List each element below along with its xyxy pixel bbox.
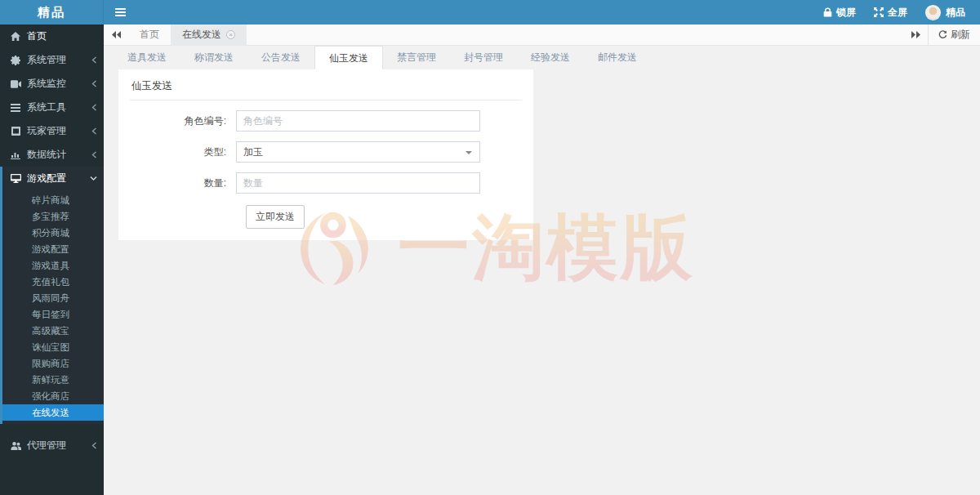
tab-title-send[interactable]: 称谓发送	[180, 46, 247, 69]
tab-announcement-send[interactable]: 公告发送	[247, 46, 314, 69]
form-row-quantity: 数量:	[130, 172, 522, 194]
top-navbar: 锁屏 全屏 精品	[104, 0, 980, 25]
quantity-input[interactable]	[236, 172, 480, 194]
sidebar-item-label: 系统工具	[27, 100, 91, 114]
submenu-item-game-settings[interactable]: 游戏配置	[2, 241, 104, 257]
panel-title: 仙玉发送	[130, 78, 522, 100]
home-icon	[10, 32, 21, 42]
sidebar-item-data-statistics[interactable]: 数据统计	[0, 143, 104, 167]
submit-row: 立即发送	[130, 205, 522, 229]
tab-label: 在线发送	[182, 28, 221, 42]
game-config-submenu: 碎片商城 多宝推荐 积分商城 游戏配置 游戏道具 充值礼包 风雨同舟 每日签到 …	[2, 190, 104, 424]
tab-xianyu-send[interactable]: 仙玉发送	[314, 46, 383, 69]
sidebar-item-agent-management[interactable]: 代理管理	[0, 434, 104, 457]
sidebar-item-label: 首页	[27, 29, 97, 43]
sidebar-item-player-management[interactable]: 玩家管理	[0, 119, 104, 143]
player-edit-icon	[10, 127, 21, 136]
submenu-item-game-items[interactable]: 游戏道具	[2, 257, 104, 274]
user-menu[interactable]: 精品	[925, 5, 965, 20]
submenu-item-fresh-stuff[interactable]: 新鲜玩意	[2, 372, 104, 388]
top-header: 精品 锁屏 全屏 精品	[0, 0, 980, 25]
submenu-item-enhance-shop[interactable]: 强化商店	[2, 388, 104, 404]
submenu-item-fragment-shop[interactable]: 碎片商城	[2, 192, 104, 208]
tab-mail-send[interactable]: 邮件发送	[584, 46, 651, 69]
tab-exp-send[interactable]: 经验发送	[517, 46, 584, 69]
submenu-item-limited-shop[interactable]: 限购商店	[2, 355, 104, 372]
sidebar-item-label: 系统管理	[27, 53, 91, 67]
sidebar-toggle-button[interactable]	[104, 0, 136, 25]
navbar-right-group: 锁屏 全屏 精品	[823, 5, 980, 20]
quantity-label: 数量:	[130, 176, 236, 190]
tab-ban-management[interactable]: 封号管理	[450, 46, 517, 69]
sidebar: 首页 系统管理 系统监控 系统工具 玩家管理 数据统计 游戏配置 碎片商城 多宝…	[0, 25, 104, 495]
chevron-left-icon	[91, 442, 97, 449]
sidebar-item-label: 游戏配置	[27, 172, 90, 185]
send-now-button[interactable]: 立即发送	[246, 205, 305, 229]
caret-down-icon	[466, 151, 472, 154]
sidebar-item-label: 代理管理	[27, 439, 91, 453]
fullscreen-icon	[874, 7, 884, 17]
role-id-label: 角色编号:	[130, 114, 236, 128]
breadcrumb-tabbar: 首页 在线发送 × 刷新	[104, 25, 980, 46]
main-content: 道具发送 称谓发送 公告发送 仙玉发送 禁言管理 封号管理 经验发送 邮件发送 …	[104, 46, 980, 495]
submenu-item-duobao-recommend[interactable]: 多宝推荐	[2, 208, 104, 225]
video-camera-icon	[10, 80, 21, 88]
tab-home[interactable]: 首页	[128, 25, 171, 46]
submenu-item-online-send[interactable]: 在线发送	[2, 404, 104, 421]
refresh-icon	[938, 30, 947, 39]
chevron-left-icon	[91, 127, 97, 135]
refresh-button[interactable]: 刷新	[928, 25, 980, 46]
desktop-icon	[10, 174, 21, 183]
submenu-item-zhuxian-map[interactable]: 诛仙宝图	[2, 339, 104, 355]
users-icon	[10, 442, 21, 450]
lock-icon	[823, 7, 832, 17]
double-left-arrow-icon	[112, 31, 121, 38]
chevron-left-icon	[91, 151, 97, 158]
role-id-input[interactable]	[236, 110, 480, 132]
tabbar-right-group: 刷新	[903, 25, 980, 46]
type-select-value: 加玉	[243, 145, 263, 159]
scroll-tabs-right-button[interactable]	[903, 25, 928, 46]
lock-screen-label: 锁屏	[836, 6, 856, 20]
chevron-left-icon	[91, 104, 97, 111]
fullscreen-label: 全屏	[888, 6, 907, 20]
submenu-item-recharge-pack[interactable]: 充值礼包	[2, 274, 104, 290]
sidebar-item-label: 玩家管理	[27, 124, 91, 138]
tab-mute-management[interactable]: 禁言管理	[383, 46, 450, 69]
type-select[interactable]: 加玉	[236, 141, 480, 163]
submenu-item-fengyu-tongzhou[interactable]: 风雨同舟	[2, 290, 104, 306]
submenu-item-daily-signin[interactable]: 每日签到	[2, 306, 104, 323]
submenu-item-points-shop[interactable]: 积分商城	[2, 225, 104, 241]
xianyu-send-panel: 仙玉发送 角色编号: 类型: 加玉 数量: 立即发送	[118, 69, 533, 240]
gear-icon	[10, 56, 21, 65]
sidebar-item-system-tools[interactable]: 系统工具	[0, 96, 104, 119]
send-tabs: 道具发送 称谓发送 公告发送 仙玉发送 禁言管理 封号管理 经验发送 邮件发送	[104, 46, 980, 69]
tab-online-send[interactable]: 在线发送 ×	[171, 25, 247, 46]
bar-chart-icon	[10, 151, 21, 159]
sidebar-item-label: 数据统计	[27, 148, 91, 162]
sidebar-item-home[interactable]: 首页	[0, 25, 104, 48]
chevron-left-icon	[91, 56, 97, 64]
tab-item-send[interactable]: 道具发送	[114, 46, 180, 69]
close-tab-icon[interactable]: ×	[226, 30, 235, 39]
refresh-label: 刷新	[951, 28, 970, 42]
sidebar-item-system-monitor[interactable]: 系统监控	[0, 72, 104, 96]
app-logo[interactable]: 精品	[0, 0, 104, 25]
submenu-item-advanced-treasure[interactable]: 高级藏宝	[2, 323, 104, 339]
sidebar-treeview-game-config: 游戏配置 碎片商城 多宝推荐 积分商城 游戏配置 游戏道具 充值礼包 风雨同舟 …	[0, 167, 104, 424]
user-avatar	[925, 5, 941, 20]
sidebar-item-system-management[interactable]: 系统管理	[0, 48, 104, 72]
form-row-type: 类型: 加玉	[130, 141, 522, 163]
hamburger-icon	[115, 8, 126, 16]
form-row-role-id: 角色编号:	[130, 110, 522, 132]
sidebar-item-game-config[interactable]: 游戏配置	[2, 167, 104, 190]
fullscreen-button[interactable]: 全屏	[874, 6, 907, 20]
type-label: 类型:	[130, 145, 236, 159]
username: 精品	[946, 6, 965, 20]
double-right-arrow-icon	[911, 31, 920, 38]
sidebar-item-label: 系统监控	[27, 77, 91, 91]
lock-screen-button[interactable]: 锁屏	[823, 6, 856, 20]
scroll-tabs-left-button[interactable]	[104, 25, 128, 46]
list-icon	[10, 104, 21, 112]
chevron-left-icon	[91, 80, 97, 87]
